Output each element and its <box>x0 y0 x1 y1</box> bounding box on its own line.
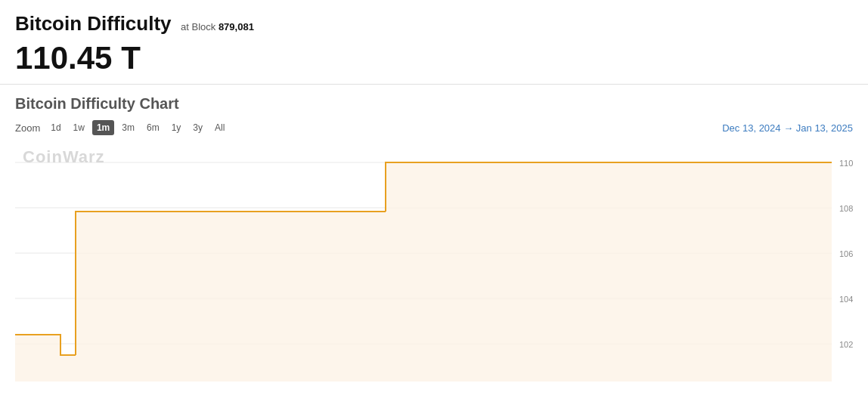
zoom-6m[interactable]: 6m <box>142 120 164 135</box>
zoom-1m[interactable]: 1m <box>92 120 114 135</box>
at-block-label: at Block 879,081 <box>181 21 254 32</box>
svg-text:102 T: 102 T <box>839 340 853 349</box>
zoom-bar: Zoom 1d 1w 1m 3m 6m 1y 3y All Dec 13, 20… <box>15 120 853 135</box>
zoom-1y[interactable]: 1y <box>167 120 186 135</box>
chart-container: CoinWarz 110 T 108 T 106 T 104 T 102 T <box>15 140 853 382</box>
svg-text:104 T: 104 T <box>839 295 853 304</box>
zoom-1w[interactable]: 1w <box>69 120 89 135</box>
zoom-label: Zoom <box>15 122 40 134</box>
svg-text:106 T: 106 T <box>839 249 853 258</box>
block-number: 879,081 <box>219 21 254 32</box>
current-difficulty: 110.45 T <box>15 40 853 76</box>
zoom-3y[interactable]: 3y <box>188 120 207 135</box>
chart-title: Bitcoin Difficulty Chart <box>15 95 853 113</box>
difficulty-chart: 110 T 108 T 106 T 104 T 102 T <box>15 140 853 382</box>
svg-text:108 T: 108 T <box>839 204 853 213</box>
chart-section: Bitcoin Difficulty Chart Zoom 1d 1w 1m 3… <box>0 85 868 382</box>
svg-text:110 T: 110 T <box>839 159 853 168</box>
date-range: Dec 13, 2024 → Jan 13, 2025 <box>722 122 853 134</box>
header-section: Bitcoin Difficulty at Block 879,081 110.… <box>0 0 868 85</box>
zoom-3m[interactable]: 3m <box>117 120 139 135</box>
zoom-all[interactable]: All <box>210 120 229 135</box>
zoom-1d[interactable]: 1d <box>46 120 65 135</box>
page-title: Bitcoin Difficulty <box>15 12 172 35</box>
